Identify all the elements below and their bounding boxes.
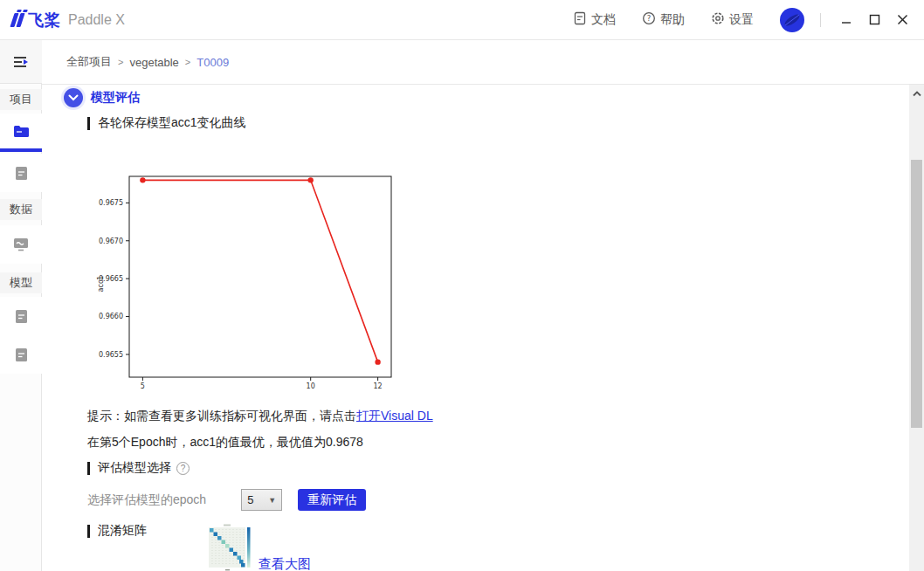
svg-text:0.9655: 0.9655: [99, 351, 123, 359]
settings-menu-item[interactable]: 设置: [711, 11, 754, 28]
logo-text-cn: 飞桨: [28, 10, 61, 31]
left-sidebar: 项目 数据 模型: [0, 40, 42, 571]
help-label: 帮助: [660, 12, 685, 28]
sidebar-item-project-list[interactable]: [0, 114, 42, 152]
sidebar-item-model-train[interactable]: [0, 297, 42, 335]
settings-label: 设置: [729, 12, 754, 28]
question-circle-icon: ?: [642, 11, 656, 28]
breadcrumb-all-projects[interactable]: 全部项目: [66, 54, 112, 70]
tip-prefix: 提示：如需查看更多训练指标可视化界面，请点击: [87, 409, 356, 423]
docs-menu-item[interactable]: 文档: [573, 11, 616, 28]
page-title: 模型评估: [91, 90, 140, 106]
section-bar: [87, 117, 90, 130]
scrollbar-thumb[interactable]: [911, 160, 922, 428]
docs-label: 文档: [591, 12, 616, 28]
vertical-scrollbar: [909, 85, 924, 571]
confusion-matrix-title: 混淆矩阵: [98, 523, 147, 539]
top-bar: 飞桨 Paddle X 文档 ? 帮助 设置: [0, 0, 924, 40]
svg-text:10: 10: [307, 382, 315, 390]
epoch-select-label: 选择评估模型的epoch: [87, 492, 206, 508]
view-large-image-link[interactable]: 查看大图: [259, 556, 311, 571]
collapse-section-button[interactable]: [64, 88, 83, 107]
sidebar-item-model-eval[interactable]: [0, 335, 42, 374]
re-evaluate-button[interactable]: 重新评估: [298, 489, 366, 511]
help-tooltip-icon[interactable]: ?: [176, 462, 190, 475]
maximize-button[interactable]: [863, 9, 886, 31]
chevron-down-icon: ▼: [268, 496, 276, 505]
menu-expand-icon: [12, 55, 30, 69]
file-icon: [15, 309, 28, 324]
scrollable-panel: 模型评估 各轮保存模型acc1变化曲线 0.96550.96600.96650.…: [42, 85, 924, 571]
best-epoch-text: 在第5个Epoch时，acc1的值最优，最优值为0.9678: [87, 435, 363, 451]
sidebar-group-project: 项目: [0, 89, 42, 110]
gear-icon: [711, 11, 725, 28]
close-button[interactable]: [891, 9, 914, 31]
breadcrumb-separator: >: [185, 57, 190, 67]
file-icon: [15, 166, 28, 181]
breadcrumb-project[interactable]: vegetable: [129, 56, 178, 69]
confusion-matrix-thumbnail[interactable]: [208, 524, 252, 571]
main-content: 全部项目 > vegetable > T0009 模型评估 各轮保存模型acc1…: [42, 40, 924, 571]
help-menu-item[interactable]: ? 帮助: [642, 11, 685, 28]
app-logo: 飞桨 Paddle X: [0, 10, 125, 31]
epoch-selected-value: 5: [247, 493, 253, 506]
minimize-button[interactable]: [835, 9, 858, 31]
epoch-select-dropdown[interactable]: 5 ▼: [241, 489, 282, 511]
paddle-logo-icon: [12, 13, 23, 27]
chevron-down-icon: [68, 94, 79, 101]
svg-text:?: ?: [647, 14, 652, 23]
sidebar-item-dataset[interactable]: [0, 225, 42, 264]
svg-text:acc1: acc1: [97, 276, 105, 292]
section-bar: [87, 462, 90, 475]
acc1-line-chart: 0.96550.96600.96650.96700.967551012epoch…: [94, 171, 409, 394]
sidebar-group-model: 模型: [0, 272, 42, 293]
paddle-x-window: 飞桨 Paddle X 文档 ? 帮助 设置: [0, 0, 924, 571]
model-select-title: 评估模型选择: [98, 460, 171, 476]
user-avatar[interactable]: [780, 8, 804, 32]
sidebar-item-project-doc[interactable]: [0, 154, 42, 192]
svg-text:0.9675: 0.9675: [99, 199, 123, 207]
open-visualdl-link[interactable]: 打开Visual DL: [356, 409, 433, 423]
folder-icon: [13, 125, 30, 138]
svg-text:12: 12: [374, 382, 383, 390]
svg-text:0.9660: 0.9660: [99, 313, 123, 320]
breadcrumb-task-current: T0009: [197, 56, 229, 69]
window-controls-separator: [820, 13, 821, 27]
logo-text-en: Paddle X: [68, 12, 125, 28]
breadcrumb: 全部项目 > vegetable > T0009: [42, 40, 924, 85]
sidebar-group-data: 数据: [0, 199, 42, 220]
scrollbar-up-arrow[interactable]: [909, 86, 924, 100]
document-icon: [573, 11, 587, 28]
monitor-chart-icon: [13, 237, 29, 251]
svg-text:0.9670: 0.9670: [99, 237, 123, 245]
svg-text:5: 5: [141, 382, 145, 390]
sidebar-collapse-button[interactable]: [0, 40, 42, 84]
tip-text: 提示：如需查看更多训练指标可视化界面，请点击打开Visual DL: [87, 409, 433, 424]
chart-section-title: 各轮保存模型acc1变化曲线: [98, 115, 246, 131]
file-icon: [15, 347, 28, 362]
section-bar: [87, 525, 90, 538]
breadcrumb-separator: >: [118, 57, 123, 67]
